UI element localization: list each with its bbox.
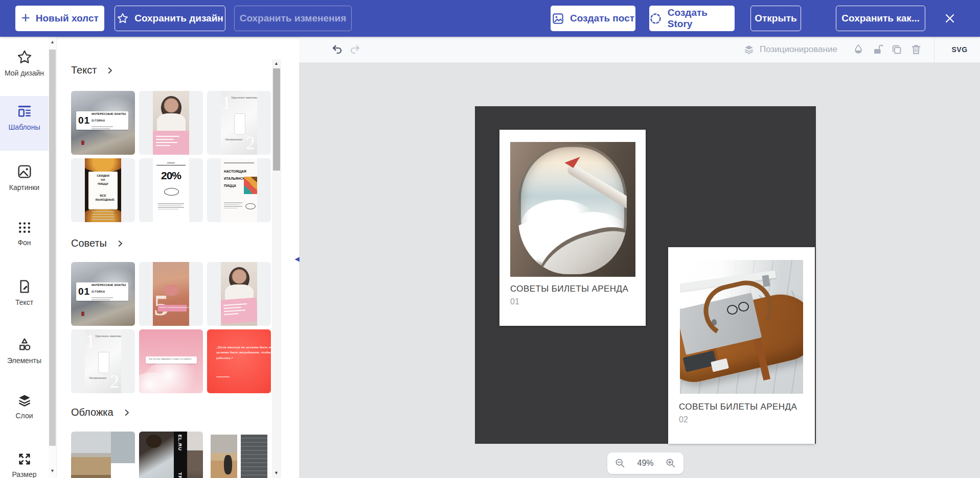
sidebar-item-background[interactable]: Фон <box>0 220 49 247</box>
new-canvas-button[interactable]: + Новый холст <box>15 6 104 31</box>
sidebar-item-label: Текст <box>15 298 33 306</box>
template-thumb-italian-pizza[interactable]: НАСТОЯЩАЯ ИТАЛЬЯНСКАЯ ПИЦЦА <box>207 158 271 222</box>
thumb-art: EL.RU TRAVEL <box>139 432 203 478</box>
sidebar-item-label: Картинки <box>9 183 39 192</box>
template-thumb-mountain-facts[interactable]: 01 ИНТЕРЕСНЫЕ ФАКТЫ О ГОРАХ <box>71 262 135 326</box>
save-changes-button: Сохранить изменения <box>234 6 352 31</box>
template-thumb-pink-clouds-search[interactable]: Как быстро оформить сторис на сервисе <box>139 329 203 393</box>
duplicate-icon <box>891 43 903 56</box>
thumb-art: НАСТОЯЩАЯ ИТАЛЬЯНСКАЯ ПИЦЦА <box>221 158 257 222</box>
panel-scrollbar[interactable]: ▲ ▼ <box>272 59 281 478</box>
thumb-art: „Цели никогда не должны быть простыми. О… <box>207 329 271 393</box>
design-card-02[interactable]: СОВЕТЫ БИЛЕТЫ АРЕНДА 02 <box>668 247 815 444</box>
trash-icon <box>910 43 922 56</box>
dots-grid-icon <box>17 220 32 235</box>
star-icon <box>117 12 129 25</box>
template-thumb-red-quote[interactable]: „Цели никогда не должны быть простыми. О… <box>207 329 271 393</box>
canvas-workspace[interactable]: СОВЕТЫ БИЛЕТЫ АРЕНДА 01 <box>299 62 980 478</box>
template-thumb-spa-routine[interactable] <box>139 91 203 155</box>
toolbar-divider <box>934 37 935 62</box>
thumb-art <box>71 432 135 478</box>
sidebar-item-layers[interactable]: Слои <box>0 393 49 420</box>
zoom-level: 49% <box>637 459 653 468</box>
color-droplet-icon <box>852 43 864 56</box>
thumb-art <box>153 91 189 155</box>
design-card-01[interactable]: СОВЕТЫ БИЛЕТЫ АРЕНДА 01 <box>499 130 646 326</box>
new-canvas-label: Новый холст <box>36 13 99 24</box>
sidebar-item-text[interactable]: Текст <box>0 278 49 306</box>
templates-icon <box>16 103 33 119</box>
section-title: Текст <box>71 64 97 76</box>
scroll-up-arrow[interactable]: ▲ <box>50 40 55 44</box>
canvas-toolbar: Позиционирование SVG <box>299 37 980 63</box>
create-post-label: Создать пост <box>570 13 634 24</box>
shapes-icon <box>16 337 33 353</box>
save-as-label: Сохранить как... <box>841 13 919 24</box>
section-header-cover[interactable]: Обложка <box>71 407 131 418</box>
card-title: СОВЕТЫ БИЛЕТЫ АРЕНДА <box>679 402 797 412</box>
redo-icon <box>349 43 361 56</box>
template-thumb-pizza-menu[interactable]: СКИДКИ НА ПИЦЦУ ВСЕ ВЫХОДНЫЕ <box>71 158 135 222</box>
thumb-art: Как быстро оформить сторис на сервисе <box>139 329 203 393</box>
save-changes-label: Сохранить изменения <box>240 13 347 24</box>
collapse-panel-arrow[interactable]: ◀ <box>292 253 302 265</box>
template-thumb-cover-beach[interactable] <box>207 432 271 478</box>
zoom-in-icon[interactable] <box>665 458 676 469</box>
sidebar-item-label: Размер <box>12 470 36 478</box>
sidebar-item-templates[interactable]: Шаблоны <box>0 103 49 131</box>
expand-icon <box>17 451 32 467</box>
sidebar-item-elements[interactable]: Элементы <box>0 337 49 365</box>
sidebar-item-my-design[interactable]: Мой дизайн <box>0 49 49 77</box>
sidebar-scrollbar[interactable]: ▲ ▼ <box>49 37 56 478</box>
section-title: Советы <box>71 237 107 249</box>
text-document-icon <box>16 278 33 295</box>
thumb-art <box>221 262 257 326</box>
image-icon <box>552 12 564 25</box>
plus-icon: + <box>21 10 30 26</box>
thumb-art: 1 2 Удаление макияжа Увлажнение <box>85 329 121 393</box>
sidebar-item-resize[interactable]: Размер <box>0 451 49 478</box>
format-svg-button[interactable]: SVG <box>942 37 977 62</box>
template-thumb-spa-routine[interactable] <box>207 262 271 326</box>
panel-scroll-thumb[interactable] <box>273 68 280 171</box>
create-post-button[interactable]: Создать пост <box>551 6 635 31</box>
template-thumb-cover-travel[interactable]: EL.RU TRAVEL <box>139 432 203 478</box>
zoom-out-icon[interactable] <box>614 458 626 469</box>
topbar: + Новый холст Сохранить дизайн Сохранить… <box>0 0 980 37</box>
template-thumb-skincare-five[interactable]: 5 Советы по умыванию кожи на ночь <box>139 262 203 326</box>
sidebar-item-label: Шаблоны <box>9 123 40 131</box>
thumb-art <box>207 432 271 478</box>
image-icon <box>16 163 33 180</box>
template-thumb-cover-mountain[interactable] <box>71 432 135 478</box>
thumb-art: 1 2 Удаление макияжа Увлажнение <box>221 91 257 155</box>
close-icon[interactable] <box>943 11 957 26</box>
template-thumb-cosmetic-tube[interactable]: 1 2 Удаление макияжа Увлажнение <box>71 329 135 393</box>
save-design-button[interactable]: Сохранить дизайн <box>115 6 225 31</box>
section-header-text[interactable]: Текст <box>71 64 114 76</box>
card-title: СОВЕТЫ БИЛЕТЫ АРЕНДА <box>510 284 628 294</box>
template-thumb-mountain-facts[interactable]: 01 ИНТЕРЕСНЫЕ ФАКТЫ О ГОРАХ <box>71 91 135 155</box>
thumb-art: 01 ИНТЕРЕСНЫЕ ФАКТЫ О ГОРАХ <box>71 91 135 155</box>
scroll-up-arrow[interactable]: ▲ <box>274 61 279 66</box>
scroll-down-arrow[interactable]: ▼ <box>50 469 55 473</box>
template-thumb-discount-20[interactable]: 20% <box>139 158 203 222</box>
sidebar-item-images[interactable]: Картинки <box>0 163 49 192</box>
scroll-down-arrow[interactable]: ▼ <box>274 471 279 475</box>
sidebar-item-label: Мой дизайн <box>5 69 44 77</box>
create-story-button[interactable]: Создать Story <box>649 6 735 31</box>
chevron-right-icon <box>123 409 131 417</box>
card-number: 01 <box>510 297 519 306</box>
star-icon <box>16 49 33 65</box>
left-sidebar: Мой дизайн Шаблоны Картинки <box>0 37 49 478</box>
sidebar-scroll-thumb[interactable] <box>49 50 56 446</box>
template-thumb-cosmetic-tube[interactable]: 1 2 Удаление макияжа Увлажнение <box>207 91 271 155</box>
open-button[interactable]: Открыть <box>750 6 801 31</box>
card-number: 02 <box>679 415 688 424</box>
save-as-button[interactable]: Сохранить как... <box>836 6 925 31</box>
unlock-icon <box>872 43 884 56</box>
templates-panel: Текст 01 ИНТЕРЕСНЫЕ ФАКТЫ О ГОРАХ <box>56 37 299 478</box>
undo-icon[interactable] <box>331 43 344 56</box>
chevron-right-icon <box>116 240 124 248</box>
section-header-tips[interactable]: Советы <box>71 237 124 249</box>
create-story-label: Создать Story <box>668 7 735 30</box>
